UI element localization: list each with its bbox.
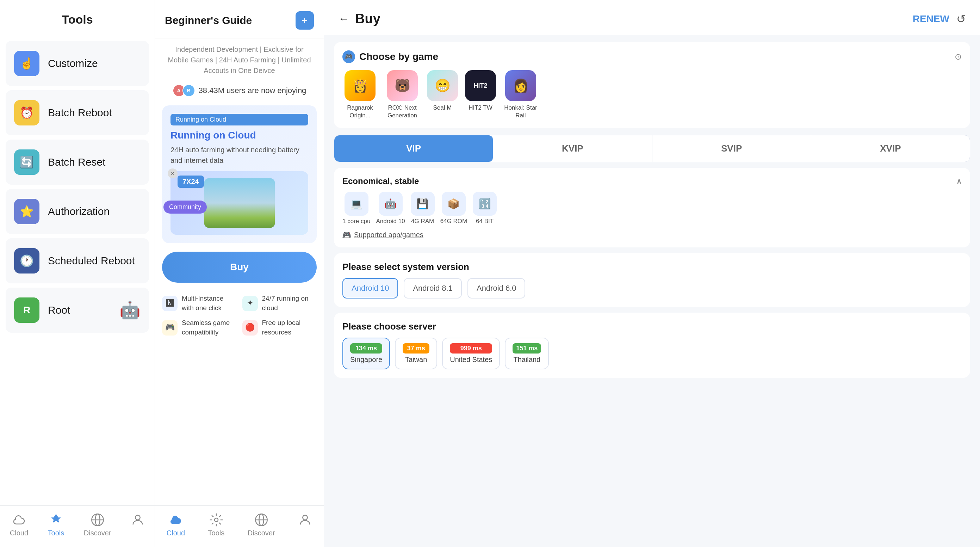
specs-chevron-icon: ∧ bbox=[956, 177, 962, 185]
game-selector-header: 🎮 Choose by game ⊙ bbox=[342, 50, 962, 63]
guide-nav-cloud[interactable]: Cloud bbox=[167, 513, 185, 537]
tool-item-authorization[interactable]: ⭐ Authorization bbox=[6, 189, 149, 234]
specs-title: Economical, stable bbox=[342, 176, 419, 186]
server-taiwan-ping: 37 ms bbox=[402, 343, 430, 354]
spec-android: 🤖 Android 10 bbox=[376, 192, 405, 225]
guide-bottom-nav: Cloud Tools Discover bbox=[155, 506, 324, 547]
svg-point-3 bbox=[135, 515, 140, 520]
tool-label-customize: Customize bbox=[48, 57, 98, 69]
option-android60[interactable]: Android 6.0 bbox=[468, 278, 526, 298]
banner-tag: Running on Cloud bbox=[170, 114, 308, 126]
guide-nav-profile[interactable] bbox=[298, 513, 312, 537]
game-card-rox[interactable]: 🐻 ROX: Next Generation bbox=[385, 70, 420, 120]
guide-nav-tools[interactable]: Tools bbox=[208, 513, 225, 537]
server-us[interactable]: 999 ms United States bbox=[442, 338, 500, 369]
guide-nav-discover-label: Discover bbox=[248, 529, 275, 537]
tab-vip[interactable]: VIP bbox=[334, 136, 493, 162]
seamless-icon: 🎮 bbox=[162, 320, 178, 335]
tab-svip[interactable]: SVIP bbox=[652, 136, 811, 162]
back-button[interactable]: ← Buy bbox=[338, 11, 380, 26]
feature-free-up: 🔴 Free up local resources bbox=[242, 318, 317, 337]
game-selector-icon: 🎮 bbox=[342, 50, 355, 63]
banner-image: ✕ 7X24 Community bbox=[170, 171, 308, 235]
game-thumb-seal: 😁 bbox=[427, 70, 458, 101]
tab-kvip[interactable]: KVIP bbox=[493, 136, 652, 162]
option-android10[interactable]: Android 10 bbox=[342, 278, 398, 298]
game-card-hit2[interactable]: HIT2 HIT2 TW bbox=[465, 70, 496, 120]
spec-ram-label: 4G RAM bbox=[411, 218, 434, 225]
tool-icon-authorization: ⭐ bbox=[14, 199, 40, 224]
vip-tabs: VIP KVIP SVIP XVIP bbox=[334, 135, 970, 162]
game-card-ragnarok[interactable]: 👸 Ragnarok Origin... bbox=[342, 70, 378, 120]
game-grid: 👸 Ragnarok Origin... 🐻 ROX: Next Generat… bbox=[342, 70, 962, 120]
tool-item-scheduled-reboot[interactable]: 🕐 Scheduled Reboot bbox=[6, 238, 149, 283]
nav-discover[interactable]: Discover bbox=[84, 513, 111, 537]
nav-discover-label: Discover bbox=[84, 529, 111, 537]
server-option-row: 134 ms Singapore 37 ms Taiwan 999 ms Uni… bbox=[342, 338, 962, 369]
close-icon[interactable]: ✕ bbox=[168, 169, 178, 179]
guide-header: Beginner's Guide + bbox=[155, 0, 324, 38]
back-arrow-icon: ← bbox=[338, 12, 350, 26]
refresh-icon[interactable]: ↺ bbox=[956, 12, 966, 26]
guide-tools-icon bbox=[209, 513, 223, 527]
guide-plus-button[interactable]: + bbox=[296, 11, 314, 30]
specs-header: Economical, stable ∧ bbox=[342, 176, 962, 186]
renew-button[interactable]: RENEW bbox=[913, 13, 949, 25]
game-selector-chevron-icon: ⊙ bbox=[955, 52, 962, 62]
game-card-honkai[interactable]: 👩 Honkai: Star Rail bbox=[503, 70, 538, 120]
tool-icon-customize: ☝️ bbox=[14, 51, 40, 76]
guide-cloud-icon bbox=[169, 513, 183, 527]
tool-item-batch-reset[interactable]: 🔄 Batch Reset bbox=[6, 140, 149, 185]
tool-label-root: Root bbox=[48, 304, 70, 316]
supported-link-text: Supported app/games bbox=[354, 231, 423, 239]
specs-section: Economical, stable ∧ 💻 1 core cpu 🤖 Andr… bbox=[334, 168, 970, 247]
nav-cloud[interactable]: Cloud bbox=[10, 513, 28, 537]
bit-icon: 🔢 bbox=[473, 192, 497, 216]
nav-profile[interactable] bbox=[131, 513, 145, 537]
game-selector-left: 🎮 Choose by game bbox=[342, 50, 438, 63]
guide-nav-discover[interactable]: Discover bbox=[248, 513, 275, 537]
robot-icon: 🤖 bbox=[119, 300, 140, 320]
server-thailand-name: Thailand bbox=[513, 356, 540, 364]
buy-button[interactable]: Buy bbox=[162, 252, 317, 283]
tools-panel: Tools ☝️ Customize ⏰ Batch Reboot 🔄 Batc… bbox=[0, 0, 155, 547]
game-thumb-hit2: HIT2 bbox=[465, 70, 496, 101]
tool-item-root[interactable]: R Root 🤖 bbox=[6, 288, 149, 333]
rom-icon: 📦 bbox=[442, 192, 466, 216]
server-taiwan[interactable]: 37 ms Taiwan bbox=[395, 338, 437, 369]
tool-item-batch-reboot[interactable]: ⏰ Batch Reboot bbox=[6, 90, 149, 136]
discover-icon bbox=[91, 513, 105, 527]
community-badge: Community bbox=[164, 201, 207, 214]
game-selector-title: Choose by game bbox=[359, 51, 438, 62]
user-avatars: A B bbox=[173, 84, 195, 97]
feature-seamless: 🎮 Seamless game compatibility bbox=[162, 318, 237, 337]
game-thumb-rox: 🐻 bbox=[387, 70, 418, 101]
server-label: Please choose server bbox=[342, 321, 962, 332]
specs-icons-row: 💻 1 core cpu 🤖 Android 10 💾 4G RAM 📦 64G… bbox=[342, 192, 962, 225]
tab-xvip[interactable]: XVIP bbox=[811, 136, 970, 162]
server-thailand[interactable]: 151 ms Thailand bbox=[505, 338, 549, 369]
user-avatar-2: B bbox=[183, 84, 195, 97]
server-singapore[interactable]: 134 ms Singapore bbox=[342, 338, 390, 369]
nav-tools[interactable]: Tools bbox=[48, 513, 64, 537]
buy-panel: ← Buy RENEW ↺ 🎮 Choose by game ⊙ 👸 Ragna… bbox=[324, 0, 980, 547]
option-android81[interactable]: Android 8.1 bbox=[404, 278, 462, 298]
server-singapore-name: Singapore bbox=[350, 356, 382, 364]
buy-title: Buy bbox=[355, 11, 380, 26]
nav-tools-label: Tools bbox=[48, 529, 64, 537]
feature-free-up-text: Free up local resources bbox=[262, 318, 317, 337]
multi-instance-icon: 🅽 bbox=[162, 296, 178, 311]
feature-247: ✦ 24/7 running on cloud bbox=[242, 294, 317, 313]
tool-item-customize[interactable]: ☝️ Customize bbox=[6, 41, 149, 86]
android-icon: 🤖 bbox=[379, 192, 402, 216]
guide-discover-icon bbox=[255, 513, 269, 527]
tool-icon-batch-reboot: ⏰ bbox=[14, 100, 40, 126]
game-name-honkai: Honkai: Star Rail bbox=[503, 104, 538, 120]
tools-list: ☝️ Customize ⏰ Batch Reboot 🔄 Batch Rese… bbox=[0, 35, 154, 338]
server-us-ping: 999 ms bbox=[450, 343, 492, 354]
supported-link[interactable]: 🎮 Supported app/games bbox=[342, 231, 962, 239]
server-thailand-ping: 151 ms bbox=[512, 343, 541, 354]
247-icon: ✦ bbox=[242, 296, 258, 311]
features-grid: 🅽 Multi-Instance with one click ✦ 24/7 r… bbox=[155, 288, 324, 343]
game-card-seal[interactable]: 😁 Seal M bbox=[427, 70, 458, 120]
